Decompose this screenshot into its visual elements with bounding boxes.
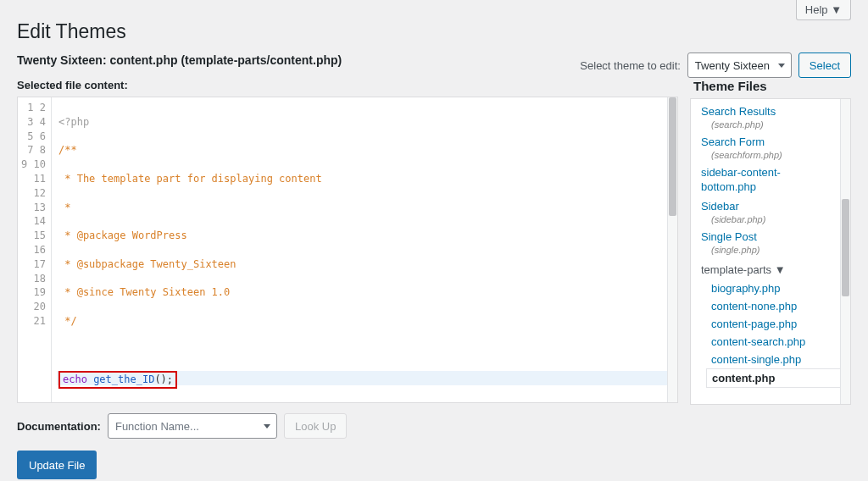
code-editor[interactable]: 1 2 3 4 5 6 7 8 9 10 11 12 13 14 15 16 1… xyxy=(17,97,678,403)
file-item-content-single[interactable]: content-single.php xyxy=(691,351,840,368)
theme-files-panel: Search Results (search.php) Search Form … xyxy=(690,98,851,405)
file-item-content-page[interactable]: content-page.php xyxy=(691,315,840,333)
code-area[interactable]: <?php /** * The template part for displa… xyxy=(52,97,667,402)
select-theme-button[interactable]: Select xyxy=(798,53,851,78)
file-item-sidebar[interactable]: Sidebar (sidebar.php) xyxy=(691,197,840,228)
file-item-content-none[interactable]: content-none.php xyxy=(691,297,840,315)
update-file-button[interactable]: Update File xyxy=(17,451,97,479)
file-item-search-results[interactable]: Search Results (search.php) xyxy=(691,102,840,133)
file-item-single-post[interactable]: Single Post (single.php) xyxy=(691,228,840,258)
folder-template-parts[interactable]: template-parts ▼ xyxy=(691,258,840,279)
file-item-biography[interactable]: biography.php xyxy=(691,279,840,297)
documentation-label: Documentation: xyxy=(17,420,101,433)
files-scrollbar[interactable] xyxy=(840,99,850,404)
theme-select[interactable]: Twenty Sixteen xyxy=(687,53,792,78)
page-title: Edit Themes xyxy=(17,20,851,43)
file-item-content-search[interactable]: content-search.php xyxy=(691,333,840,351)
line-gutter: 1 2 3 4 5 6 7 8 9 10 11 12 13 14 15 16 1… xyxy=(18,97,52,402)
lookup-button[interactable]: Look Up xyxy=(284,413,347,439)
file-item-search-form[interactable]: Search Form (searchform.php) xyxy=(691,133,840,163)
highlighted-code: echo get_the_ID(); xyxy=(58,371,177,389)
file-item-content-php[interactable]: content.php xyxy=(706,368,840,388)
selected-file-label: Selected file content: xyxy=(17,79,678,91)
theme-files-heading: Theme Files xyxy=(693,79,851,93)
editor-scrollbar[interactable] xyxy=(667,97,677,402)
theme-select-label: Select theme to edit: xyxy=(580,59,681,72)
documentation-select[interactable]: Function Name... xyxy=(108,413,277,439)
help-tab[interactable]: Help ▼ xyxy=(796,0,851,20)
file-item-sidebar-content-bottom[interactable]: sidebar-content-bottom.php xyxy=(691,163,840,197)
theme-select-row: Select theme to edit: Twenty Sixteen Sel… xyxy=(580,53,851,78)
